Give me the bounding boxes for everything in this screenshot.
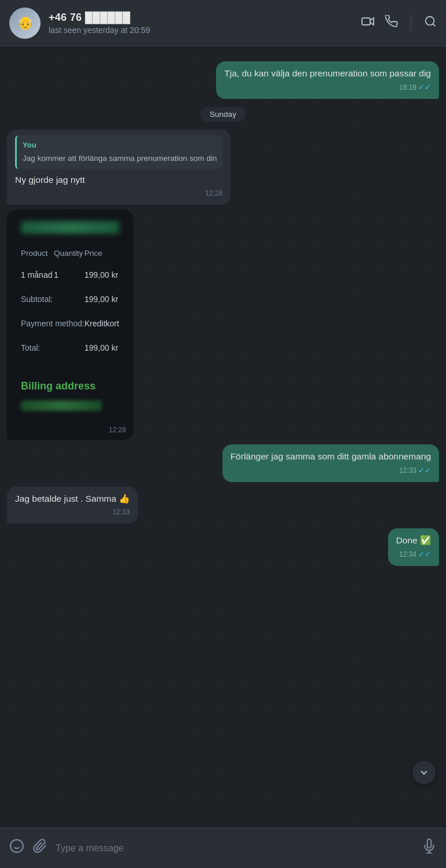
header-divider [411, 15, 411, 31]
message-text: Ny gjorde jag nytt [15, 175, 85, 185]
svg-rect-0 [362, 18, 370, 25]
order-content: Product Quantity Price 1 månad 1 199,00 … [7, 209, 133, 422]
blurred-top-bar [21, 221, 119, 234]
message-sent-1: Tja, du kan välja den prenumeration som … [216, 61, 439, 99]
message-time: 12:34 ✓✓ [396, 549, 431, 560]
payment-value: Kreditkort [85, 308, 119, 333]
quote-block: You Jag kommer att förlänga samma prenum… [15, 135, 222, 168]
col-product: Product [21, 245, 54, 266]
order-row: 1 månad 1 199,00 kr [21, 266, 119, 284]
day-separator: Sunday [200, 107, 246, 122]
order-image-bubble[interactable]: Product Quantity Price 1 månad 1 199,00 … [7, 209, 133, 440]
scroll-down-button[interactable] [412, 761, 436, 784]
blurred-address [21, 400, 102, 411]
contact-status: last seen yesterday at 20:59 [49, 25, 361, 35]
message-input-bar [0, 827, 446, 868]
image-time: 12:28 [7, 422, 133, 440]
message-sent-done: Done ✅ 12:34 ✓✓ [388, 528, 439, 566]
avatar[interactable]: 👴 [9, 8, 41, 39]
total-label: Total: [21, 333, 85, 357]
payment-label: Payment method: [21, 308, 85, 333]
product-price: 199,00 kr [85, 266, 119, 284]
col-price: Price [85, 245, 119, 266]
contact-name: +46 76 ██████ [49, 12, 361, 24]
video-call-icon[interactable] [361, 14, 375, 32]
header-actions [361, 14, 437, 32]
search-icon[interactable] [424, 15, 437, 31]
mic-button[interactable] [422, 838, 437, 858]
total-row: Total: 199,00 kr [21, 333, 119, 357]
subtotal-value: 199,00 kr [85, 284, 119, 308]
quote-author: You [23, 140, 217, 151]
chat-header: 👴 +46 76 ██████ last seen yesterday at 2… [0, 0, 446, 46]
read-ticks: ✓✓ [418, 82, 431, 93]
product-name: 1 månad [21, 266, 54, 284]
contact-info: +46 76 ██████ last seen yesterday at 20:… [49, 12, 361, 35]
message-received-2: Jag betalde just . Samma 👍 12:33 [7, 487, 138, 524]
subtotal-row: Subtotal: 199,00 kr [21, 284, 119, 308]
message-text: Förlänger jag samma som ditt gamla abonn… [231, 451, 431, 461]
message-received-quote: You Jag kommer att förlänga samma prenum… [7, 130, 231, 204]
svg-line-2 [433, 24, 435, 26]
chat-area: Tja, du kan välja den prenumeration som … [0, 46, 446, 827]
billing-title: Billing address [21, 380, 119, 392]
total-value: 199,00 kr [85, 333, 119, 357]
message-text: Jag betalde just . Samma 👍 [15, 494, 130, 503]
attach-button[interactable] [32, 838, 47, 858]
order-table: Product Quantity Price 1 månad 1 199,00 … [21, 245, 119, 357]
read-ticks: ✓✓ [418, 465, 431, 476]
billing-section: Billing address [21, 371, 119, 411]
product-qty: 1 [54, 266, 85, 284]
message-time: 12:33 [15, 507, 130, 517]
message-text: Done ✅ [396, 535, 431, 545]
quote-text: Jag kommer att förlänga samma prenumerat… [23, 153, 217, 164]
message-time: 12:33 ✓✓ [231, 465, 431, 476]
svg-point-1 [426, 16, 434, 25]
message-time: 12:28 [15, 189, 222, 198]
emoji-button[interactable] [9, 838, 24, 858]
message-text: Tja, du kan välja den prenumeration som … [224, 68, 431, 78]
subtotal-label: Subtotal: [21, 284, 85, 308]
message-sent-2: Förlänger jag samma som ditt gamla abonn… [222, 444, 439, 482]
message-input-field[interactable] [56, 843, 414, 854]
read-ticks: ✓✓ [418, 549, 431, 560]
col-quantity: Quantity [54, 245, 85, 266]
voice-call-icon[interactable] [385, 15, 398, 31]
payment-row: Payment method: Kreditkort [21, 308, 119, 333]
svg-point-3 [10, 840, 23, 852]
message-time: 18:19 ✓✓ [224, 82, 431, 93]
